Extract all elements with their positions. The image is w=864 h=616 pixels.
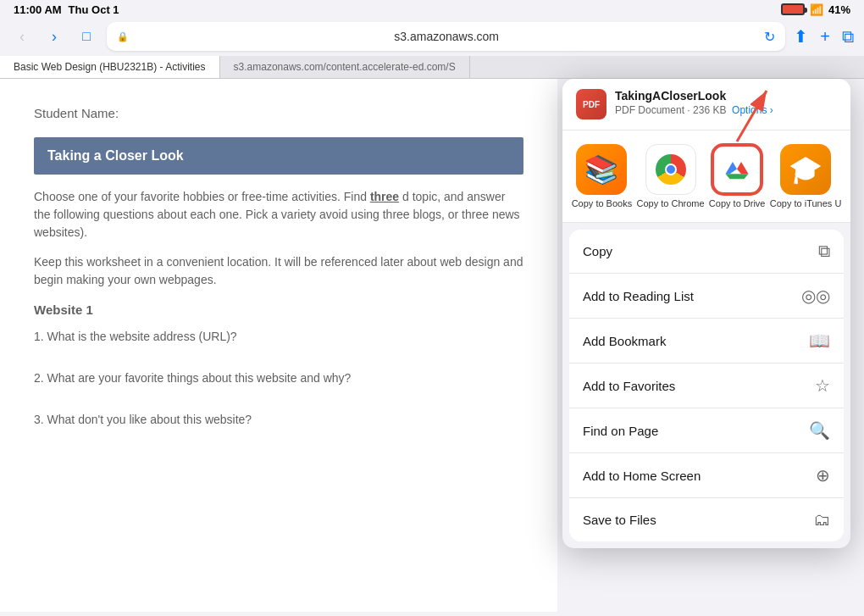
action-save-files-label: Save to Files — [583, 513, 656, 527]
home-screen-icon: ⊕ — [816, 465, 830, 486]
share-button[interactable]: ⬆ — [794, 26, 808, 47]
drive-icon — [712, 144, 762, 195]
status-day: Thu Oct 1 — [69, 3, 119, 16]
drive-label: Copy to Drive — [709, 198, 766, 208]
tab-s3[interactable]: s3.amazonaws.com/content.accelerate-ed.c… — [220, 56, 470, 78]
reading-list-icon: ◎◎ — [801, 286, 830, 306]
action-home-screen[interactable]: Add to Home Screen ⊕ — [569, 453, 844, 498]
app-item-drive[interactable]: Copy to Drive — [709, 144, 766, 208]
browser-chrome: ‹ › □ 🔒 s3.amazonaws.com ↻ ⬆ + ⧉ — [0, 19, 864, 56]
action-favorites-label: Add to Favorites — [583, 379, 675, 393]
tabs-bar: Basic Web Design (HBU2321B) - Activities… — [0, 56, 864, 79]
new-tab-button[interactable]: + — [820, 27, 830, 47]
dim-overlay — [0, 79, 557, 612]
share-file-type: PDF Document · 236 KB Options › — [615, 104, 837, 116]
apps-row: 📚 Copy to Books Copy to Chrome — [562, 130, 850, 223]
action-find-page[interactable]: Find on Page 🔍 — [569, 408, 844, 453]
itunes-icon: 🎓 — [780, 144, 831, 195]
action-favorites[interactable]: Add to Favorites ☆ — [569, 363, 844, 408]
address-text: s3.amazonaws.com — [134, 30, 759, 43]
main-content: Student Name: Taking a Closer Look Choos… — [0, 79, 864, 612]
pdf-icon: PDF — [576, 89, 606, 119]
books-icon: 📚 — [576, 144, 627, 195]
favorites-icon: ☆ — [815, 375, 830, 396]
tab-activities[interactable]: Basic Web Design (HBU2321B) - Activities — [0, 56, 220, 78]
reader-button[interactable]: □ — [75, 25, 98, 48]
app-item-chrome[interactable]: Copy to Chrome — [636, 144, 704, 208]
action-list: Copy ⧉ Add to Reading List ◎◎ Add Bookma… — [569, 230, 844, 541]
battery-percent: 41% — [828, 3, 850, 16]
action-copy-label: Copy — [583, 244, 612, 258]
share-header: PDF TakingACloserLook PDF Document · 236… — [562, 79, 850, 130]
chrome-icon — [645, 144, 696, 195]
bookmark-icon: 📖 — [809, 330, 830, 351]
status-right: 📶 41% — [781, 3, 850, 16]
wifi-icon: 📶 — [810, 3, 823, 16]
action-reading-list[interactable]: Add to Reading List ◎◎ — [569, 274, 844, 319]
status-left: 11:00 AM Thu Oct 1 — [14, 3, 119, 16]
status-bar: 11:00 AM Thu Oct 1 📶 41% — [0, 0, 864, 19]
action-find-page-label: Find on Page — [583, 424, 658, 438]
share-header-info: TakingACloserLook PDF Document · 236 KB … — [615, 89, 837, 116]
books-label: Copy to Books — [572, 198, 633, 208]
action-reading-list-label: Add to Reading List — [583, 289, 694, 303]
share-sheet: PDF TakingACloserLook PDF Document · 236… — [562, 79, 850, 548]
app-item-books[interactable]: 📚 Copy to Books — [572, 144, 633, 208]
tabs-button[interactable]: ⧉ — [842, 27, 854, 47]
reload-button[interactable]: ↻ — [764, 29, 775, 45]
back-button[interactable]: ‹ — [10, 25, 34, 48]
lock-icon: 🔒 — [117, 31, 129, 42]
app-item-itunes[interactable]: 🎓 Copy to iTunes U — [770, 144, 842, 208]
address-bar[interactable]: 🔒 s3.amazonaws.com ↻ — [107, 22, 785, 51]
forward-button[interactable]: › — [42, 25, 66, 48]
options-link[interactable]: Options › — [732, 104, 773, 116]
battery-icon — [781, 3, 805, 15]
save-files-icon: 🗂 — [813, 510, 830, 530]
action-bookmark[interactable]: Add Bookmark 📖 — [569, 319, 844, 363]
action-home-screen-label: Add to Home Screen — [583, 469, 701, 483]
find-page-icon: 🔍 — [809, 420, 830, 441]
toolbar-right: ⬆ + ⧉ — [794, 26, 854, 47]
action-copy[interactable]: Copy ⧉ — [569, 230, 844, 274]
action-bookmark-label: Add Bookmark — [583, 334, 666, 348]
copy-icon: ⧉ — [818, 241, 830, 261]
itunes-label: Copy to iTunes U — [770, 198, 842, 208]
chrome-label: Copy to Chrome — [636, 198, 704, 208]
action-save-files[interactable]: Save to Files 🗂 — [569, 498, 844, 541]
status-time: 11:00 AM — [14, 3, 62, 16]
share-file-name: TakingACloserLook — [615, 89, 837, 103]
